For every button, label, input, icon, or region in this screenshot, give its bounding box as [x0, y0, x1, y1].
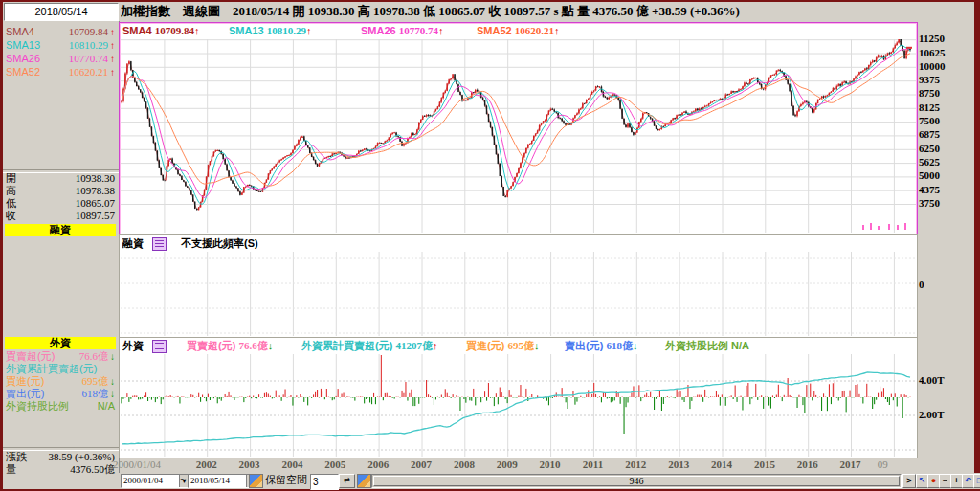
quote-title-bar: 加權指數 週線圖 2018/05/14 開 10938.30 高 10978.3…	[121, 3, 970, 20]
time-axis-label: 2007	[411, 458, 432, 470]
legend-buy: 買進(元) 695億↓	[466, 339, 539, 353]
time-axis-label: 2015	[754, 458, 775, 470]
foreign-section-header[interactable]: 外資	[5, 337, 116, 349]
axis-label: 5625	[919, 156, 940, 167]
axis-label: 10625	[919, 47, 946, 58]
axis-label: 4.00T	[919, 374, 945, 386]
sma26-label: SMA26	[6, 53, 40, 65]
down-arrow-icon: ↓	[110, 375, 115, 388]
foreign-net-row: 買賣超(元) 76.6億 ↓	[6, 350, 115, 363]
time-axis-label: 2016	[797, 458, 818, 470]
change-label: 漲跌	[6, 451, 27, 463]
legend-sma52: SMA52 10620.21↑	[477, 25, 560, 36]
keep-space-label: 保留空間	[265, 474, 307, 486]
time-axis-label: 2008	[454, 458, 475, 470]
volume-row: 量 4376.50億	[6, 463, 115, 476]
window-button[interactable]: □	[973, 474, 980, 488]
cum-net-buy-label: 外資累計買賣超(元)	[6, 363, 97, 375]
time-axis-label: 2013	[668, 458, 689, 470]
down-arrow-icon: ↓	[110, 350, 115, 363]
panel-menu-icon[interactable]	[152, 237, 167, 251]
sma-legend: SMA4 10709.84↑ SMA13 10810.29↑ SMA26 107…	[120, 25, 917, 39]
time-axis-label: 2011	[583, 458, 603, 470]
margin-panel[interactable]: 融資 不支援此頻率(S)	[119, 234, 918, 338]
time-axis-label: 2000/01/04	[113, 458, 161, 470]
foreign-holding-row: 外資持股比例 N/A	[6, 400, 115, 413]
time-axis-label: 2012	[625, 458, 646, 470]
axis-label: 6250	[919, 143, 940, 154]
margin-panel-header: 融資 不支援此頻率(S)	[120, 236, 917, 251]
margin-chart[interactable]	[121, 252, 916, 336]
change-value: 38.59 (+0.36%)	[49, 451, 115, 463]
axis-label: 6875	[919, 128, 940, 140]
legend-sma4: SMA4 10709.84↑	[122, 25, 199, 36]
high-row: 高 10978.38	[6, 185, 115, 197]
foreign-buy-row: 買進(元) 695億 ↓	[6, 375, 115, 388]
close-value: 10897.57	[76, 210, 115, 222]
time-axis-label: 09	[878, 458, 888, 470]
low-value: 10865.07	[76, 197, 115, 210]
time-axis-label: 2003	[239, 458, 260, 470]
foreign-panel[interactable]: 外資 買賣超(元) 76.6億↓ 外資累計買賣超(元) 41207億↑ 買進(元…	[119, 337, 918, 458]
axis-label: 8750	[919, 87, 940, 99]
axis-label: 4375	[919, 184, 940, 195]
sidebar-sma52-row: SMA52 10620.21 ↑	[6, 66, 115, 78]
foreign-cum-row: 外資累計買賣超(元)	[6, 363, 115, 375]
time-scrollbar[interactable]: 946	[371, 474, 902, 488]
time-axis-label: 2010	[540, 458, 561, 470]
range-end-combo[interactable]: 2018/05/14 ▼	[188, 474, 256, 488]
sma13-value: 10810.29	[69, 39, 108, 52]
bottom-toolbar: 2000/01/04 ▼ ~ 2018/05/14 ▼ 保留空間 ⇄ < 946…	[119, 473, 980, 489]
legend-sell: 賣出(元) 618億↓	[565, 339, 637, 353]
candlestick-chart[interactable]	[121, 39, 916, 233]
axis-label: 5000	[919, 169, 940, 181]
net-buy-value: 76.6億	[79, 350, 108, 363]
axis-label: 7500	[919, 115, 940, 126]
scrollbar-thumb[interactable]: 946	[373, 476, 900, 486]
axis-label: 9375	[919, 74, 940, 85]
volume-label: 量	[6, 463, 16, 476]
time-axis: 2000/01/04200220032004200520062007200820…	[119, 458, 972, 473]
up-arrow-icon: ↑	[110, 39, 115, 52]
volume-value: 4376.50億	[70, 463, 115, 476]
sma4-value: 10709.84	[69, 26, 108, 38]
sell-label: 賣出(元)	[6, 388, 44, 400]
up-arrow-icon: ↑	[110, 66, 115, 78]
up-arrow-icon: ↑	[110, 26, 115, 38]
scroll-position-value: 946	[630, 476, 644, 486]
holding-ratio-label: 外資持股比例	[6, 400, 69, 413]
high-value: 10978.38	[76, 185, 115, 197]
time-axis-label: 2017	[840, 458, 861, 470]
sidebar-sma4-row: SMA4 10709.84 ↑	[6, 26, 115, 38]
range-tilde: ~	[180, 474, 186, 486]
panel-menu-icon[interactable]	[152, 340, 167, 353]
time-axis-label: 2005	[324, 458, 345, 470]
time-axis-label: 2014	[711, 458, 732, 470]
sell-value: 618億	[82, 388, 109, 400]
stepper-control[interactable]: ⇄	[339, 474, 355, 488]
frame-right	[974, 0, 980, 473]
scroll-right-button[interactable]: >	[902, 474, 916, 488]
up-arrow-icon: ↑	[110, 53, 115, 65]
legend-sma13: SMA13 10810.29↑	[229, 25, 312, 36]
pan-tool-icon[interactable]	[357, 474, 371, 488]
legend-net-buy: 買賣超(元) 76.6億↓	[187, 339, 273, 353]
foreign-flow-chart[interactable]	[121, 354, 916, 457]
time-axis-label: 2002	[196, 458, 217, 470]
time-axis-label: 2006	[368, 458, 389, 470]
margin-panel-title: 融資	[122, 236, 144, 251]
margin-section-header[interactable]: 融資	[5, 224, 116, 236]
open-label: 開	[6, 172, 16, 185]
open-value: 10938.30	[76, 172, 115, 185]
main-chart-panel[interactable]: SMA4 10709.84↑ SMA13 10810.29↑ SMA26 107…	[119, 22, 918, 235]
legend-sma26: SMA26 10770.74↑	[361, 25, 444, 36]
trading-app-window: 2018/05/14 加權指數 週線圖 2018/05/14 開 10938.3…	[0, 0, 980, 491]
keep-space-input[interactable]	[310, 474, 339, 490]
current-date-box: 2018/05/14	[4, 3, 119, 21]
change-row: 漲跌 38.59 (+0.36%)	[6, 451, 115, 463]
unsupported-frequency-message: 不支援此頻率(S)	[181, 236, 258, 251]
time-axis-label: 2004	[281, 458, 302, 470]
hand-tool-icon[interactable]	[249, 474, 263, 488]
close-label: 收	[6, 210, 16, 222]
axis-label: 10000	[919, 60, 946, 72]
